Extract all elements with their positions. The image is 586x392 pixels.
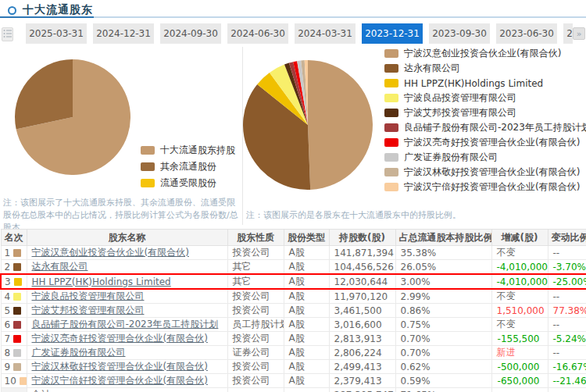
holder-name-cell: HH LPPZ(HK)Holdings Limited bbox=[27, 274, 227, 289]
legend-item[interactable]: 宁波良品投资管理有限公司 bbox=[384, 93, 586, 103]
ownership-pct-cell: 35.38% bbox=[395, 246, 491, 260]
shareholder-link[interactable]: HH LPPZ(HK)Holdings Limited bbox=[32, 276, 171, 287]
legend-item[interactable]: 其余流通股份 bbox=[141, 161, 235, 172]
legend-label: 达永有限公司 bbox=[404, 62, 460, 75]
legend-label: 广发证券股份有限公司 bbox=[404, 151, 498, 164]
legend-item[interactable]: 宁波汉宁倍好投资管理合伙企业(有限合伙) bbox=[384, 182, 586, 192]
change-pct-cell: -- bbox=[548, 246, 586, 260]
legend-swatch-icon bbox=[141, 179, 155, 187]
legend-label: 流通受限股份 bbox=[160, 176, 216, 190]
tabs-scroll-right-button[interactable]: » bbox=[573, 27, 585, 40]
tab-2023-09-30[interactable]: 2023-09-30 bbox=[429, 23, 490, 44]
share-type-cell: A股 bbox=[284, 274, 329, 289]
shareholder-link[interactable]: 宁波汉林敬好投资管理合伙企业(有限合伙) bbox=[32, 361, 208, 372]
shareholder-link[interactable]: 良品铺子股份有限公司-2023年员工持股计划 bbox=[32, 319, 219, 330]
tab-2024-06-30[interactable]: 2024-06-30 bbox=[227, 23, 288, 44]
legend-item[interactable]: HH LPPZ(HK)Holdings Limited bbox=[384, 78, 586, 88]
holder-color-swatch bbox=[13, 307, 21, 315]
shares-held-cell: 2,813,913 bbox=[329, 332, 395, 346]
table-row: 2达永有限公司其它A股104,456,52626.05%-4,010,000-3… bbox=[1, 260, 586, 275]
rank-cell: 10 bbox=[1, 374, 27, 388]
holder-name-cell: 广发证券股份有限公司 bbox=[27, 346, 227, 360]
tab-2023-12-31[interactable]: 2023-12-31 bbox=[362, 23, 423, 44]
column-header: 名次 bbox=[1, 230, 27, 246]
shareholder-link[interactable]: 宁波汉意创业投资合伙企业(有限合伙) bbox=[32, 247, 189, 258]
chevron-right-icon: » bbox=[577, 29, 582, 39]
change-shares-cell: -155,500 bbox=[491, 332, 548, 346]
legend-item[interactable]: 达永有限公司 bbox=[384, 63, 586, 73]
ownership-pct-cell: 0.70% bbox=[395, 346, 491, 360]
shareholder-link[interactable]: 宁波良品投资管理有限公司 bbox=[32, 290, 145, 301]
tab-2024-03-31[interactable]: 2024-03-31 bbox=[295, 23, 356, 44]
shares-held-cell: 2,499,413 bbox=[329, 360, 395, 374]
ownership-pct-cell: 0.70% bbox=[395, 332, 491, 346]
tab-2024-12-31[interactable]: 2024-12-31 bbox=[93, 23, 154, 44]
legend-label: 宁波汉林敬好投资管理合伙企业(有限合伙) bbox=[404, 166, 580, 179]
rank-cell: 2 bbox=[1, 260, 27, 275]
column-header: 股东性质 bbox=[227, 230, 284, 246]
share-type-cell: A股 bbox=[284, 374, 329, 388]
holder-nature-cell: 投资公司 bbox=[227, 289, 284, 304]
holder-name-cell: 达永有限公司 bbox=[27, 260, 227, 275]
tab-2025-03-31[interactable]: 2025-03-31 bbox=[26, 23, 87, 44]
shareholder-link[interactable]: 宁波汉宁倍好投资管理合伙企业(有限合伙) bbox=[32, 375, 208, 386]
legend-item[interactable]: 十大流通股东持股 bbox=[141, 144, 235, 155]
rank-cell: 8 bbox=[1, 346, 27, 360]
change-shares-cell: -500,000 bbox=[491, 360, 548, 374]
change-pct-cell: --21.46% bbox=[548, 374, 586, 388]
section-header: 十大流通股东 bbox=[8, 3, 93, 17]
pie-slice[interactable] bbox=[15, 59, 73, 129]
shareholder-link[interactable]: 宁波汉亮奇好投资管理合伙企业(有限合伙) bbox=[32, 333, 208, 344]
right-chart-note: 注：该图展示的是各股东在十大流通股东中的持股比例。 bbox=[246, 209, 582, 222]
legend-item[interactable]: 广发证券股份有限公司 bbox=[384, 152, 586, 162]
legend-swatch-icon bbox=[384, 109, 398, 117]
tab-2023-06-30[interactable]: 2023-06-30 bbox=[496, 23, 557, 44]
holder-nature-cell: 其它 bbox=[227, 274, 284, 289]
share-type-cell: A股 bbox=[284, 346, 329, 360]
header-divider bbox=[0, 16, 586, 18]
table-row: 4宁波良品投资管理有限公司投资公司A股11,970,1202.99%不变-- bbox=[1, 289, 586, 304]
list-view-icon[interactable] bbox=[2, 27, 13, 41]
legend-item[interactable]: 宁波艾邦投资管理有限公司 bbox=[384, 108, 586, 118]
legend-label: 十大流通股东持股 bbox=[160, 144, 235, 157]
holder-nature-cell: -- bbox=[227, 388, 284, 392]
ownership-pct-cell: 26.05% bbox=[395, 260, 491, 275]
legend-item[interactable]: 良品铺子股份有限公司-2023年员工持股计划 bbox=[384, 123, 586, 133]
shares-held-cell: 287,305,747 bbox=[329, 388, 395, 392]
holder-color-swatch bbox=[13, 349, 21, 357]
change-shares-cell: 不变 bbox=[491, 318, 548, 332]
shareholder-link[interactable]: 广发证券股份有限公司 bbox=[32, 347, 126, 358]
tab-2023-03-31[interactable]: 2023-03-31 bbox=[563, 23, 573, 44]
capital-structure-pie-chart bbox=[15, 59, 130, 175]
share-type-cell: -- bbox=[284, 388, 329, 392]
change-shares-cell: 不变 bbox=[491, 246, 548, 260]
holder-nature-cell: 投资公司 bbox=[227, 374, 284, 388]
holders-distribution-legend: 宁波汉意创业投资合伙企业(有限合伙)达永有限公司HH LPPZ(HK)Holdi… bbox=[384, 48, 586, 197]
pie-slice[interactable] bbox=[308, 60, 373, 190]
legend-item[interactable]: 宁波汉林敬好投资管理合伙企业(有限合伙) bbox=[384, 167, 586, 177]
change-shares-cell: -4,010,000 bbox=[491, 274, 548, 289]
share-type-cell: A股 bbox=[284, 260, 329, 275]
shareholder-link[interactable]: 达永有限公司 bbox=[32, 261, 88, 272]
holder-color-swatch bbox=[13, 293, 21, 301]
legend-item[interactable]: 宁波汉意创业投资合伙企业(有限合伙) bbox=[384, 48, 586, 59]
holder-color-swatch bbox=[13, 263, 21, 271]
holder-nature-cell: 投资公司 bbox=[227, 304, 284, 318]
holder-name-cell: 宁波艾邦投资管理有限公司 bbox=[27, 304, 227, 318]
table-row: 7宁波汉亮奇好投资管理合伙企业(有限合伙)投资公司A股2,813,9130.70… bbox=[1, 332, 586, 346]
holder-name-cell: 宁波汉林敬好投资管理合伙企业(有限合伙) bbox=[27, 360, 227, 374]
ownership-pct-cell: 2.99% bbox=[395, 289, 491, 304]
column-header: 股东名称 bbox=[27, 230, 227, 246]
legend-item[interactable]: 流通受限股份 bbox=[141, 177, 235, 188]
date-tabbar: 2025-03-312024-12-312024-09-302024-06-30… bbox=[0, 23, 586, 44]
shareholder-link[interactable]: 宁波艾邦投资管理有限公司 bbox=[32, 305, 145, 315]
legend-item[interactable]: 宁波汉亮奇好投资管理合伙企业(有限合伙) bbox=[384, 137, 586, 148]
rank-cell: 9 bbox=[1, 360, 27, 374]
holder-color-swatch bbox=[13, 335, 21, 343]
legend-swatch-icon bbox=[384, 183, 398, 191]
tab-2024-09-30[interactable]: 2024-09-30 bbox=[160, 23, 221, 44]
holder-nature-cell: 投资公司 bbox=[227, 246, 284, 260]
rank-cell: 7 bbox=[1, 332, 27, 346]
change-pct-cell: -25.00% bbox=[548, 274, 586, 289]
table-row: 1宁波汉意创业投资合伙企业(有限合伙)投资公司A股141,871,39435.3… bbox=[1, 246, 586, 260]
